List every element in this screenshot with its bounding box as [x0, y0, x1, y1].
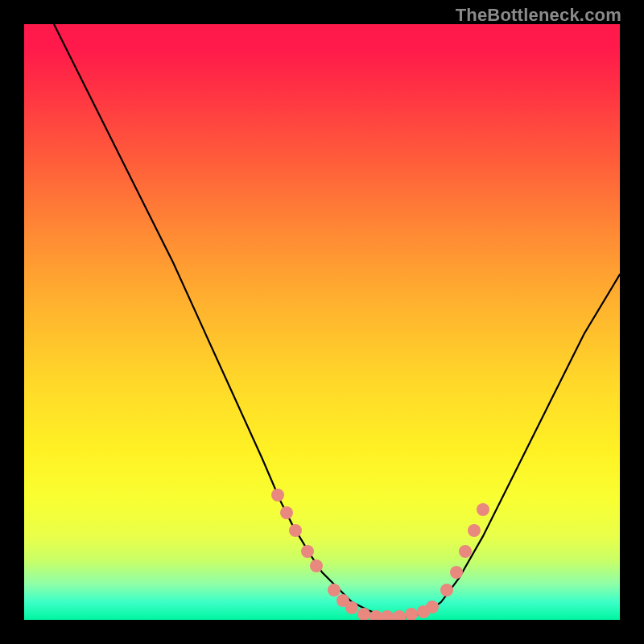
marker-dot	[381, 610, 394, 620]
marker-dot	[271, 489, 284, 502]
watermark-text: TheBottleneck.com	[456, 5, 621, 26]
marker-dot	[426, 601, 439, 613]
marker-dot	[310, 559, 323, 572]
marker-dot	[459, 545, 472, 558]
marker-dot	[393, 610, 406, 620]
marker-dot	[357, 608, 370, 620]
marker-dot	[405, 608, 418, 620]
curve-line	[54, 24, 620, 617]
marker-dot	[289, 524, 302, 537]
plot-area	[24, 24, 620, 620]
marker-dot	[440, 584, 453, 597]
marker-dot	[468, 524, 481, 537]
chart-stage: TheBottleneck.com	[0, 0, 644, 644]
marker-dot	[345, 601, 358, 614]
marker-dot	[450, 566, 463, 579]
marker-dot	[301, 545, 314, 558]
marker-dot	[477, 503, 489, 516]
marker-dot	[369, 610, 382, 620]
marker-dot	[280, 506, 293, 519]
curve-svg	[24, 24, 620, 620]
marker-dot	[328, 584, 341, 597]
